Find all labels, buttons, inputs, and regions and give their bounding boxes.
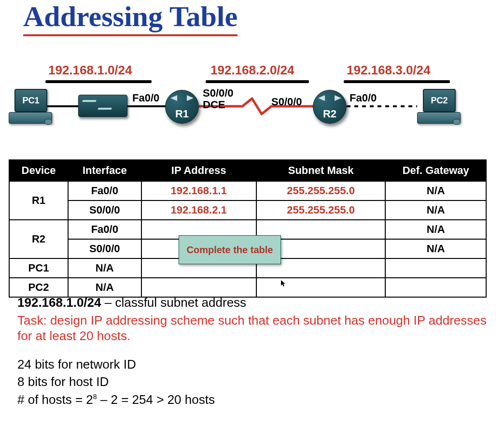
bits-network-id: 24 bits for network ID [17, 357, 504, 372]
cell-gateway: N/A [385, 181, 486, 200]
bits-host-id: 8 bits for host ID [17, 374, 504, 390]
col-interface: Interface [68, 160, 141, 181]
cell-device: PC1 [9, 258, 68, 278]
network-underline-3 [344, 80, 450, 83]
network-topology-diagram: 192.168.1.0/24 192.168.2.0/24 192.168.3.… [9, 63, 495, 140]
network-label-1: 192.168.1.0/24 [48, 63, 132, 78]
cell-gateway: N/A [385, 200, 486, 220]
cell-mask: 255.255.255.0 [256, 200, 386, 220]
link-r2-pc2 [347, 105, 417, 107]
pc2-icon: PC2 [417, 89, 461, 132]
cell-interface: N/A [68, 278, 141, 297]
switch-icon [78, 95, 127, 117]
classful-address: 192.168.1.0/24 [17, 295, 101, 310]
cell-ip [141, 278, 256, 297]
cell-mask: 255.255.255.0 [256, 181, 386, 200]
iface-r2-s000: S0/0/0 [271, 96, 302, 108]
cell-interface: S0/0/0 [68, 200, 141, 220]
slide-notes: 192.168.1.0/24 – classful subnet address… [17, 295, 504, 409]
link-switch-r1 [124, 105, 167, 107]
iface-r1-fa00: Fa0/0 [132, 92, 159, 104]
cell-interface: S0/0/0 [68, 239, 141, 258]
cell-gateway [385, 278, 486, 297]
network-label-2: 192.168.2.0/24 [210, 63, 294, 78]
router-r2-label: R2 [323, 108, 336, 120]
col-gateway: Def. Gateway [385, 160, 486, 181]
pc-label: PC2 [423, 89, 456, 112]
col-mask: Subnet Mask [256, 160, 386, 181]
cell-device: PC2 [9, 278, 68, 297]
col-device: Device [9, 160, 68, 181]
hosts-formula: # of hosts = 28 – 2 = 254 > 20 hosts [17, 392, 504, 408]
router-r2-icon: R2 [313, 90, 347, 124]
cell-device: R2 [9, 220, 68, 258]
cell-ip: 192.168.2.1 [141, 200, 256, 220]
router-r1-label: R1 [175, 108, 189, 120]
network-label-3: 192.168.3.0/24 [347, 63, 431, 78]
cell-gateway [385, 258, 486, 278]
cell-ip: 192.168.1.1 [141, 181, 256, 200]
network-underline-2 [206, 80, 309, 83]
router-r1-icon: R1 [165, 90, 199, 124]
table-row: S0/0/0 192.168.2.1 255.255.255.0 N/A [9, 200, 486, 220]
cell-gateway: N/A [385, 220, 486, 239]
table-row: PC2 N/A [9, 278, 486, 297]
table-row: R1 Fa0/0 192.168.1.1 255.255.255.0 N/A [9, 181, 486, 200]
slide-title: Addressing Table [23, 0, 238, 36]
table-header-row: Device Interface IP Address Subnet Mask … [9, 160, 486, 181]
classful-desc: – classful subnet address [101, 295, 247, 310]
iface-r1-dce: DCE [203, 99, 225, 111]
task-text: Task: design IP addressing scheme such t… [17, 313, 504, 344]
complete-the-table-callout: Complete the table [179, 235, 281, 264]
addressing-table: Device Interface IP Address Subnet Mask … [9, 159, 487, 298]
cell-device: R1 [9, 181, 68, 220]
cell-gateway: N/A [385, 239, 486, 258]
cell-mask [256, 278, 386, 297]
iface-r2-fa00: Fa0/0 [350, 92, 377, 104]
pc1-icon: PC1 [9, 89, 52, 132]
cell-interface: N/A [68, 258, 141, 278]
iface-r1-s000: S0/0/0 [203, 87, 234, 100]
cell-interface: Fa0/0 [68, 220, 141, 239]
cell-interface: Fa0/0 [68, 181, 141, 200]
pc-label: PC1 [14, 89, 47, 112]
col-ip: IP Address [141, 160, 256, 181]
network-underline-1 [45, 80, 152, 83]
